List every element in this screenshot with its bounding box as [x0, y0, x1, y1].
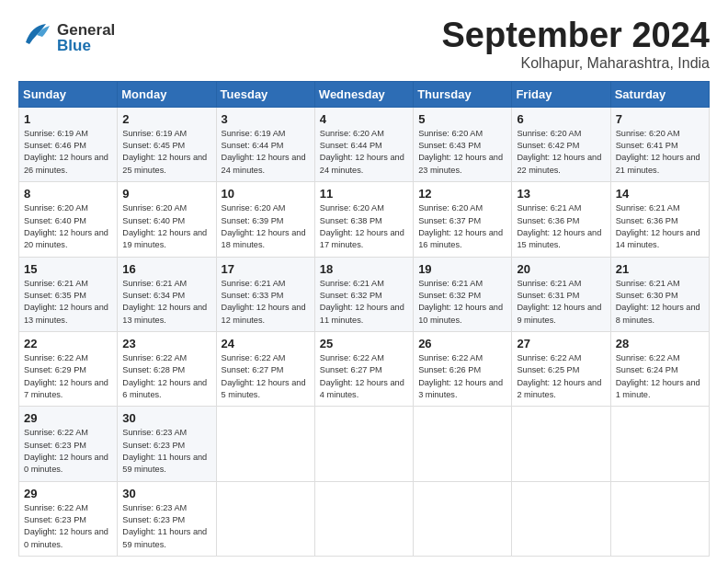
logo-general-text: General: [57, 22, 115, 38]
col-saturday: Saturday: [610, 81, 709, 107]
day-number: 24: [222, 337, 310, 350]
day-cell-25: 25 Sunrise: 6:22 AM Sunset: 6:27 PM Dayl…: [314, 331, 413, 406]
week-row-4: 22 Sunrise: 6:22 AM Sunset: 6:29 PM Dayl…: [19, 331, 710, 406]
day-number: 14: [616, 187, 704, 201]
empty-cell: [610, 481, 709, 556]
day-info: Sunrise: 6:21 AM Sunset: 6:32 PM Dayligh…: [418, 278, 506, 327]
day-number: 6: [517, 112, 605, 126]
day-cell-29: 29 Sunrise: 6:22 AM Sunset: 6:23 PM Dayl…: [19, 407, 118, 481]
day-cell-28: 28 Sunrise: 6:22 AM Sunset: 6:24 PM Dayl…: [610, 331, 709, 406]
day-cell-7: 7 Sunrise: 6:20 AM Sunset: 6:41 PM Dayli…: [610, 107, 709, 181]
day-cell-4: 4 Sunrise: 6:20 AM Sunset: 6:44 PM Dayli…: [314, 107, 413, 181]
col-sunday: Sunday: [19, 81, 118, 107]
day-number: 19: [418, 262, 506, 276]
day-cell-14: 14 Sunrise: 6:21 AM Sunset: 6:36 PM Dayl…: [610, 182, 709, 257]
empty-cell: [314, 407, 413, 481]
day-number: 16: [122, 262, 210, 276]
day-cell-6: 6 Sunrise: 6:20 AM Sunset: 6:42 PM Dayli…: [512, 107, 610, 181]
day-info: Sunrise: 6:21 AM Sunset: 6:36 PM Dayligh…: [517, 202, 605, 251]
month-title: September 2024: [442, 17, 711, 55]
col-monday: Monday: [118, 81, 216, 107]
day-number: 11: [320, 187, 408, 201]
empty-cell: [414, 407, 512, 481]
day-cell-17: 17 Sunrise: 6:21 AM Sunset: 6:33 PM Dayl…: [216, 257, 314, 331]
day-info: Sunrise: 6:22 AM Sunset: 6:23 PM Dayligh…: [24, 427, 112, 476]
day-cell-2: 2 Sunrise: 6:19 AM Sunset: 6:45 PM Dayli…: [118, 107, 216, 181]
day-number: 4: [320, 112, 408, 126]
day-info: Sunrise: 6:23 AM Sunset: 6:23 PM Dayligh…: [122, 427, 210, 476]
logo-name: General Blue: [57, 22, 115, 53]
calendar-page: General Blue September 2024 Kolhapur, Ma…: [0, 0, 728, 563]
day-number: 8: [24, 187, 112, 201]
week-row-5: 29 Sunrise: 6:22 AM Sunset: 6:23 PM Dayl…: [19, 407, 710, 481]
day-cell-24: 24 Sunrise: 6:22 AM Sunset: 6:27 PM Dayl…: [216, 331, 314, 406]
day-info: Sunrise: 6:20 AM Sunset: 6:44 PM Dayligh…: [320, 128, 408, 177]
day-cell-22: 22 Sunrise: 6:22 AM Sunset: 6:29 PM Dayl…: [19, 331, 118, 406]
day-number: 26: [418, 337, 506, 350]
logo-blue-text: Blue: [57, 38, 115, 53]
day-number: 23: [122, 337, 210, 350]
day-info: Sunrise: 6:21 AM Sunset: 6:36 PM Dayligh…: [616, 202, 704, 251]
day-cell-16: 16 Sunrise: 6:21 AM Sunset: 6:34 PM Dayl…: [118, 257, 216, 331]
day-info: Sunrise: 6:20 AM Sunset: 6:41 PM Dayligh…: [616, 128, 704, 177]
day-cell-20: 20 Sunrise: 6:21 AM Sunset: 6:31 PM Dayl…: [512, 257, 610, 331]
day-number: 30: [122, 411, 210, 425]
day-number: 1: [24, 112, 112, 126]
logo-bird-icon: [18, 17, 53, 58]
week-row-1: 1 Sunrise: 6:19 AM Sunset: 6:46 PM Dayli…: [19, 107, 710, 181]
day-cell-8: 8 Sunrise: 6:20 AM Sunset: 6:40 PM Dayli…: [19, 182, 118, 257]
day-info: Sunrise: 6:21 AM Sunset: 6:33 PM Dayligh…: [222, 278, 310, 327]
title-section: September 2024 Kolhapur, Maharashtra, In…: [442, 17, 711, 72]
day-cell-30: 30 Sunrise: 6:23 AM Sunset: 6:23 PM Dayl…: [118, 407, 216, 481]
empty-cell: [512, 481, 610, 556]
day-number: 29: [24, 487, 112, 500]
col-friday: Friday: [512, 81, 610, 107]
empty-cell: [610, 407, 709, 481]
day-cell-15: 15 Sunrise: 6:21 AM Sunset: 6:35 PM Dayl…: [19, 257, 118, 331]
day-number: 20: [517, 262, 605, 276]
col-tuesday: Tuesday: [216, 81, 314, 107]
day-number: 25: [320, 337, 408, 350]
day-cell-12: 12 Sunrise: 6:20 AM Sunset: 6:37 PM Dayl…: [414, 182, 512, 257]
day-info: Sunrise: 6:22 AM Sunset: 6:23 PM Dayligh…: [24, 502, 112, 551]
day-cell-29: 29 Sunrise: 6:22 AM Sunset: 6:23 PM Dayl…: [19, 481, 118, 556]
day-cell-18: 18 Sunrise: 6:21 AM Sunset: 6:32 PM Dayl…: [314, 257, 413, 331]
empty-cell: [216, 407, 314, 481]
day-info: Sunrise: 6:20 AM Sunset: 6:40 PM Dayligh…: [24, 202, 112, 251]
day-info: Sunrise: 6:22 AM Sunset: 6:25 PM Dayligh…: [517, 352, 605, 401]
day-number: 28: [616, 337, 704, 350]
day-info: Sunrise: 6:19 AM Sunset: 6:44 PM Dayligh…: [222, 128, 310, 177]
day-info: Sunrise: 6:22 AM Sunset: 6:27 PM Dayligh…: [320, 352, 408, 401]
day-cell-26: 26 Sunrise: 6:22 AM Sunset: 6:26 PM Dayl…: [414, 331, 512, 406]
day-number: 2: [122, 112, 210, 126]
day-info: Sunrise: 6:20 AM Sunset: 6:37 PM Dayligh…: [418, 202, 506, 251]
week-row-2: 8 Sunrise: 6:20 AM Sunset: 6:40 PM Dayli…: [19, 182, 710, 257]
day-number: 10: [222, 187, 310, 201]
day-number: 3: [222, 112, 310, 126]
day-info: Sunrise: 6:20 AM Sunset: 6:38 PM Dayligh…: [320, 202, 408, 251]
day-number: 5: [418, 112, 506, 126]
week-row-3: 15 Sunrise: 6:21 AM Sunset: 6:35 PM Dayl…: [19, 257, 710, 331]
day-cell-5: 5 Sunrise: 6:20 AM Sunset: 6:43 PM Dayli…: [414, 107, 512, 181]
day-number: 29: [24, 411, 112, 425]
day-info: Sunrise: 6:19 AM Sunset: 6:46 PM Dayligh…: [24, 128, 112, 177]
day-cell-13: 13 Sunrise: 6:21 AM Sunset: 6:36 PM Dayl…: [512, 182, 610, 257]
day-number: 13: [517, 187, 605, 201]
day-info: Sunrise: 6:23 AM Sunset: 6:23 PM Dayligh…: [122, 502, 210, 551]
empty-cell: [414, 481, 512, 556]
calendar-table: Sunday Monday Tuesday Wednesday Thursday…: [18, 81, 710, 557]
week-row-6: 29 Sunrise: 6:22 AM Sunset: 6:23 PM Dayl…: [19, 481, 710, 556]
day-info: Sunrise: 6:22 AM Sunset: 6:24 PM Dayligh…: [616, 352, 704, 401]
day-info: Sunrise: 6:21 AM Sunset: 6:35 PM Dayligh…: [24, 278, 112, 327]
day-number: 21: [616, 262, 704, 276]
day-info: Sunrise: 6:20 AM Sunset: 6:39 PM Dayligh…: [222, 202, 310, 251]
day-number: 27: [517, 337, 605, 350]
day-cell-9: 9 Sunrise: 6:20 AM Sunset: 6:40 PM Dayli…: [118, 182, 216, 257]
day-cell-23: 23 Sunrise: 6:22 AM Sunset: 6:28 PM Dayl…: [118, 331, 216, 406]
day-number: 22: [24, 337, 112, 350]
day-cell-21: 21 Sunrise: 6:21 AM Sunset: 6:30 PM Dayl…: [610, 257, 709, 331]
col-thursday: Thursday: [414, 81, 512, 107]
day-cell-30: 30 Sunrise: 6:23 AM Sunset: 6:23 PM Dayl…: [118, 481, 216, 556]
day-info: Sunrise: 6:21 AM Sunset: 6:30 PM Dayligh…: [616, 278, 704, 327]
empty-cell: [314, 481, 413, 556]
